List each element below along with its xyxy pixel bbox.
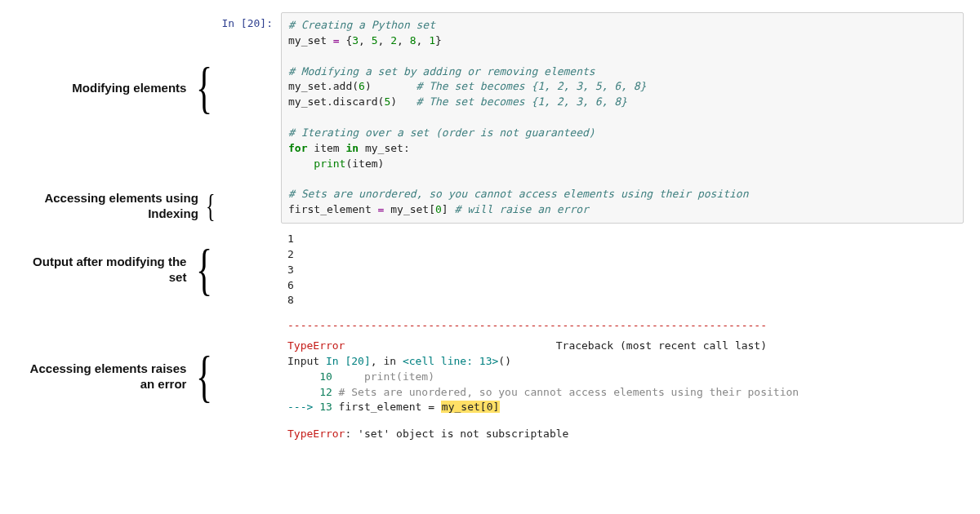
code-text: first_element [288, 203, 378, 215]
code-comment: # will raise an error [455, 203, 589, 215]
traceback-lineno: 13 [319, 401, 332, 413]
code-number: 6 [359, 80, 365, 92]
notebook-page: Modifying elements { Accessing elements … [16, 12, 964, 447]
traceback-dashes-row: ----------------------------------------… [16, 318, 964, 334]
code-builtin: print [314, 157, 345, 170]
traceback-row: Accessing elements raises an error { Typ… [16, 334, 964, 420]
error-type: TypeError [287, 428, 345, 440]
traceback-final-row: TypeError: 'set' object is not subscript… [16, 423, 964, 447]
traceback-arrow: ---> [287, 401, 319, 413]
label-indexing: Accessing elements using Indexing [16, 191, 198, 222]
code-text: item [307, 142, 345, 154]
traceback-lineno: 12 [319, 386, 332, 398]
traceback-text: () [498, 355, 511, 367]
label-error: Accessing elements raises an error [16, 361, 186, 392]
brace-icon: { [203, 190, 216, 223]
code-keyword: for [288, 142, 307, 154]
output-area: 1 2 3 6 8 [281, 227, 964, 313]
code-text: my_set.discard( [288, 95, 384, 108]
traceback-head: Traceback (most recent call last) [556, 339, 767, 352]
code-text: , [359, 34, 372, 47]
code-text [288, 157, 314, 170]
code-comment: # Modifying a set by adding or removing … [288, 65, 595, 78]
output-line: 8 [287, 294, 294, 306]
traceback-highlight: my_set[0] [441, 401, 500, 413]
label-modifying: Modifying elements [72, 81, 186, 96]
code-text: { [340, 34, 353, 47]
code-text: my_set: [359, 142, 410, 154]
code-number: 5 [372, 34, 378, 47]
code-comment: # The set becomes {1, 2, 3, 6, 8} [416, 95, 627, 108]
code-text: ) [365, 80, 416, 92]
brace-icon: { [194, 241, 214, 299]
traceback-lineno: 10 [319, 370, 332, 383]
code-text: } [435, 34, 442, 47]
traceback-line: # Sets are unordered, so you cannot acce… [332, 386, 799, 398]
code-text: my_set[ [384, 203, 435, 215]
traceback-lineno-pad [287, 370, 319, 383]
code-text: , [416, 34, 430, 47]
traceback-cellref: In [20] [326, 355, 371, 367]
output-row: Output after modifying the set { 1 2 3 6… [16, 227, 964, 313]
label-output: Output after modifying the set [16, 255, 186, 286]
traceback-text: Input [287, 355, 326, 367]
code-comment: # Sets are unordered, so you cannot acce… [288, 188, 749, 200]
output-line: 1 [287, 233, 294, 245]
traceback-lineno-pad [287, 386, 319, 398]
code-input-area[interactable]: # Creating a Python set my_set = {3, 5, … [281, 12, 964, 224]
code-comment: # The set becomes {1, 2, 3, 5, 6, 8} [416, 80, 647, 92]
code-text: my_set [288, 34, 333, 47]
traceback-text: : [345, 428, 358, 440]
code-text: , [378, 34, 391, 47]
traceback-line: first_element = [332, 401, 441, 413]
code-text: my_set.add( [288, 80, 359, 92]
output-line: 6 [287, 279, 294, 291]
code-text: (item) [345, 157, 384, 170]
code-keyword: in [345, 142, 359, 154]
traceback-text: ] [492, 401, 499, 413]
traceback-separator: ----------------------------------------… [287, 319, 767, 331]
code-text: ) [390, 95, 416, 108]
brace-icon: { [194, 348, 214, 405]
code-text: , [397, 34, 410, 47]
traceback-text: , in [371, 355, 403, 367]
traceback-area: TypeError Traceback (most recent call la… [281, 334, 964, 420]
code-text: ] [442, 203, 455, 215]
code-number: 3 [352, 34, 359, 47]
code-comment: # Creating a Python set [288, 19, 435, 31]
code-number: 2 [390, 34, 397, 47]
output-line: 2 [287, 248, 294, 260]
brace-icon: { [194, 60, 214, 117]
traceback-line: print(item) [332, 370, 434, 383]
code-comment: # Iterating over a set (order is not gua… [288, 126, 595, 139]
traceback-text: my_set[ [442, 401, 487, 413]
cell-prompt: In [20]: [220, 12, 281, 29]
input-cell-row: Modifying elements { Accessing elements … [16, 12, 964, 224]
traceback-pad [345, 339, 555, 352]
code-number: 8 [410, 34, 416, 47]
output-line: 3 [287, 264, 294, 276]
traceback-cellline: <cell line: 13> [403, 355, 498, 367]
code-op: = [333, 34, 340, 47]
error-message: 'set' object is not subscriptable [358, 428, 568, 440]
code-number: 0 [435, 203, 442, 215]
code-number: 1 [429, 34, 435, 47]
error-type: TypeError [287, 339, 345, 352]
